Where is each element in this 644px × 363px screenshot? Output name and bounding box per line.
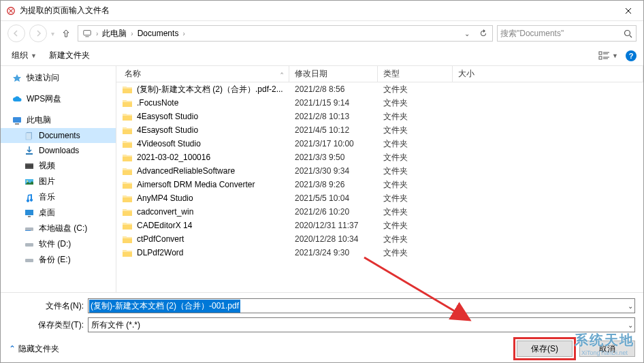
breadcrumb-segment[interactable]: Documents [138, 29, 179, 38]
chevron-right-icon: › [182, 30, 184, 37]
folder-icon [122, 207, 133, 217]
svg-rect-1 [84, 31, 91, 35]
file-date: 2021/3/8 9:26 [289, 180, 378, 189]
file-type: 文件夹 [378, 111, 453, 123]
table-row[interactable]: DLPdf2Word2021/3/24 9:30文件夹 [116, 246, 643, 259]
svg-rect-19 [25, 259, 33, 262]
arrow-right-icon [34, 29, 42, 37]
file-date: 2021/4/5 10:12 [289, 125, 378, 135]
organize-menu[interactable]: 组织 ▼ [7, 47, 41, 64]
file-type: 文件夹 [378, 138, 453, 150]
view-options-button[interactable]: ▼ [595, 48, 622, 63]
back-button[interactable] [7, 25, 25, 42]
svg-point-13 [27, 180, 28, 182]
file-name: AnyMP4 Studio [137, 193, 193, 203]
sidebar-disk-d[interactable]: 软件 (D:) [1, 236, 116, 252]
downloads-icon [24, 145, 35, 156]
svg-rect-15 [28, 216, 31, 217]
sidebar-videos[interactable]: 视频 [1, 158, 116, 174]
chevron-right-icon: › [96, 30, 98, 37]
file-name: (复制)-新建文本文档 (2)（合并）.pdf-2... [137, 84, 283, 95]
file-date: 2020/12/28 10:34 [289, 234, 378, 244]
file-date: 2021/2/8 8:56 [289, 84, 378, 94]
hide-folders-toggle[interactable]: ⌃ 隐藏文件夹 [9, 343, 59, 355]
filename-input[interactable]: (复制)-新建文本文档 (2)（合并）-001.pdf ⌄ [88, 298, 635, 313]
folder-icon [122, 125, 133, 135]
folder-icon [122, 139, 133, 148]
svg-rect-18 [25, 243, 33, 247]
forward-button[interactable] [29, 25, 47, 42]
recent-dropdown-chevron[interactable]: ▾ [51, 30, 54, 37]
star-icon [12, 73, 22, 84]
save-dialog-window: 为提取的页面输入文件名 ▾ › 此电脑 › Documents › ⌄ [0, 0, 644, 363]
table-row[interactable]: 4Videosoft Studio2021/3/17 10:00文件夹 [116, 137, 643, 151]
file-type: 文件夹 [378, 179, 453, 191]
sidebar-music[interactable]: 音乐 [1, 189, 116, 205]
sidebar-desktop[interactable]: 桌面 [1, 205, 116, 221]
savetype-value: 所有文件 (*.*) [91, 319, 140, 331]
search-input[interactable]: 搜索"Documents" [497, 25, 637, 42]
svg-rect-7 [15, 123, 19, 125]
folder-icon [122, 98, 133, 108]
table-row[interactable]: ctPdfConvert2020/12/28 10:34文件夹 [116, 232, 643, 246]
file-date: 2021/2/6 10:20 [289, 207, 378, 217]
table-row[interactable]: cadconvert_win2021/2/6 10:20文件夹 [116, 205, 643, 219]
table-row[interactable]: 2021-03-02_1000162021/3/3 9:50文件夹 [116, 151, 643, 164]
music-icon [24, 192, 35, 203]
up-button[interactable] [59, 25, 74, 42]
arrow-up-icon [61, 28, 71, 39]
table-row[interactable]: 4Esaysoft Studio2021/4/5 10:12文件夹 [116, 123, 643, 137]
chevron-down-icon: ⌄ [464, 30, 470, 37]
close-icon [625, 7, 632, 14]
address-bar[interactable]: › 此电脑 › Documents › ⌄ [78, 25, 493, 42]
table-row[interactable]: AdvancedReliableSoftware2021/3/30 9:34文件… [116, 164, 643, 178]
window-title: 为提取的页面输入文件名 [20, 5, 110, 16]
file-type: 文件夹 [378, 206, 453, 218]
table-row[interactable]: (复制)-新建文本文档 (2)（合并）.pdf-2...2021/2/8 8:5… [116, 82, 643, 96]
sidebar-disk-e[interactable]: 备份 (E:) [1, 252, 116, 268]
sidebar-downloads[interactable]: Downloads [1, 143, 116, 158]
search-placeholder: 搜索"Documents" [500, 28, 622, 40]
svg-rect-2 [85, 36, 88, 37]
file-type: 文件夹 [378, 125, 453, 136]
pictures-icon [24, 176, 35, 187]
col-header-size[interactable]: 大小 [453, 66, 643, 82]
filename-label: 文件名(N): [9, 300, 84, 312]
file-list[interactable]: (复制)-新建文本文档 (2)（合并）.pdf-2...2021/2/8 8:5… [116, 82, 643, 292]
file-name: AdvancedReliableSoftware [137, 166, 235, 176]
savetype-label: 保存类型(T): [9, 319, 84, 331]
breadcrumb-segment[interactable]: 此电脑 [102, 28, 127, 40]
documents-icon [24, 130, 35, 141]
table-row[interactable]: .FocusNote2021/1/15 9:14文件夹 [116, 96, 643, 110]
table-row[interactable]: Aimersoft DRM Media Converter2021/3/8 9:… [116, 178, 643, 191]
file-view: 名称^ 修改日期 类型 大小 (复制)-新建文本文档 (2)（合并）.pdf-2… [116, 66, 643, 292]
file-date: 2021/3/24 9:30 [289, 248, 378, 257]
cancel-button[interactable]: 取消 [579, 341, 635, 357]
sidebar-this-pc[interactable]: 此电脑 [1, 112, 116, 128]
new-folder-button[interactable]: 新建文件夹 [45, 47, 94, 64]
table-row[interactable]: CADEditorX 142020/12/31 11:37文件夹 [116, 219, 643, 232]
save-button[interactable]: 保存(S) [517, 341, 573, 357]
svg-rect-6 [13, 117, 21, 123]
sidebar-quick-access[interactable]: 快速访问 [1, 70, 116, 86]
folder-icon [122, 153, 133, 162]
sidebar-disk-c[interactable]: 本地磁盘 (C:) [1, 221, 116, 236]
disk-icon [24, 223, 35, 234]
col-header-name[interactable]: 名称^ [116, 66, 289, 82]
sidebar-wps[interactable]: WPS网盘 [1, 91, 116, 107]
refresh-button[interactable] [476, 27, 491, 40]
table-row[interactable]: AnyMP4 Studio2021/5/5 10:04文件夹 [116, 191, 643, 205]
file-name: 4Easysoft Studio [137, 112, 198, 121]
help-button[interactable]: ? [626, 50, 637, 61]
col-header-date[interactable]: 修改日期 [289, 66, 378, 82]
sidebar-pictures[interactable]: 图片 [1, 174, 116, 189]
sidebar-documents[interactable]: Documents [1, 128, 116, 143]
history-dropdown[interactable]: ⌄ [460, 27, 474, 40]
file-name: CADEditorX 14 [137, 221, 192, 230]
file-type: 文件夹 [378, 152, 453, 163]
close-button[interactable] [613, 1, 643, 21]
disk-icon [24, 239, 35, 250]
savetype-select[interactable]: 所有文件 (*.*) ⌄ [88, 317, 635, 332]
col-header-type[interactable]: 类型 [378, 66, 453, 82]
table-row[interactable]: 4Easysoft Studio2021/2/8 10:13文件夹 [116, 110, 643, 123]
